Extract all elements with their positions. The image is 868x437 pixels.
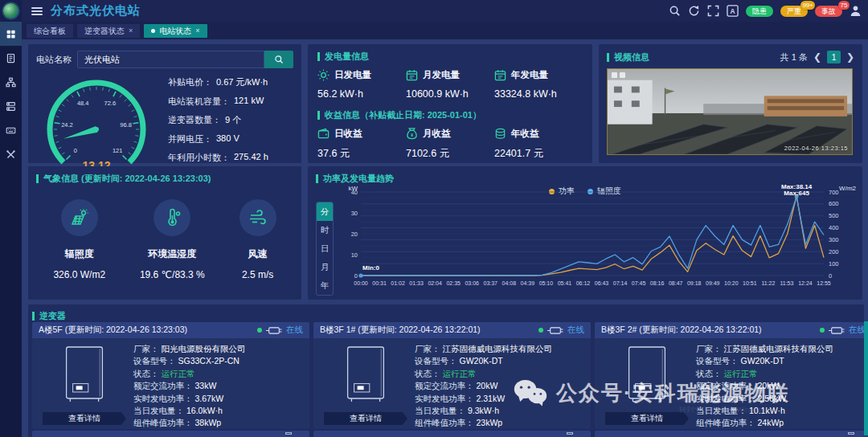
- svg-text:0: 0: [354, 272, 358, 280]
- row-label: 状态：: [415, 368, 440, 380]
- info-value: 121 kW: [234, 96, 264, 108]
- svg-text:30: 30: [351, 210, 358, 217]
- view-details-button[interactable]: 查看详情: [324, 412, 407, 425]
- row-value: 23kWp: [477, 417, 503, 429]
- sidebar-item-tools[interactable]: [0, 142, 22, 166]
- alarm-badge-事故[interactable]: 事故75: [815, 6, 842, 17]
- view-details-button[interactable]: 查看详情: [43, 412, 126, 425]
- view-details-button[interactable]: 查看详情: [605, 412, 689, 425]
- search-icon[interactable]: [669, 5, 681, 17]
- globe-logo-icon: [3, 3, 18, 18]
- alarm-badge-严重[interactable]: 严重99+: [780, 6, 808, 17]
- fullscreen-icon[interactable]: [707, 5, 719, 17]
- inverter-card-header: B楼3F 1# (更新时间: 2022-04-26 13:22:01)在线: [313, 322, 591, 338]
- sidebar-item-topology[interactable]: [0, 70, 22, 94]
- translate-icon[interactable]: A: [727, 5, 739, 17]
- time-tab-年[interactable]: 年: [317, 276, 333, 295]
- alarm-badge-隐患[interactable]: 隐患: [746, 6, 773, 17]
- tab-电站状态[interactable]: 电站状态×: [144, 24, 207, 38]
- inverter-card-B楼3F 2#: B楼3F 2# (更新时间: 2022-04-26 13:22:01)在线查看详…: [595, 322, 864, 429]
- trend-chart-title: 功率及发电量趋势: [316, 173, 854, 185]
- time-tab-月[interactable]: 月: [317, 258, 333, 276]
- sidebar-item-device-list[interactable]: [0, 94, 22, 118]
- inverter-row-当日发电量: 当日发电量：9.3kW·h: [415, 405, 584, 417]
- pager-prev-icon[interactable]: ❮: [813, 51, 821, 63]
- station-search-button[interactable]: [264, 51, 293, 68]
- info-label: 补贴电价：: [168, 76, 212, 88]
- row-label: 额定交流功率：: [133, 380, 193, 392]
- sidebar-item-dashboard[interactable]: [0, 22, 22, 46]
- info-label: 逆变器数量：: [168, 114, 221, 126]
- refresh-icon[interactable]: [688, 5, 700, 17]
- tab-label: 综合看板: [34, 24, 66, 38]
- weather-value: 2.5 m/s: [242, 269, 273, 280]
- weather-panel: 气象信息 (更新时间: 2022-04-26 13:23:03) 辐照度326.…: [28, 166, 301, 300]
- inverter-card-header: A楼5F (更新时间: 2022-04-26 13:23:03)在线: [32, 322, 309, 338]
- stat-label: 日发电量: [334, 69, 371, 81]
- row-value: 运行正常: [724, 368, 758, 380]
- info-label: 电站装机容量：: [168, 96, 230, 108]
- video-stream[interactable]: 2022-04-26 13:23:15: [607, 68, 853, 155]
- keyboard-icon: [6, 125, 16, 136]
- svg-text:200: 200: [829, 248, 839, 255]
- svg-text:03:06: 03:06: [465, 280, 479, 286]
- svg-text:11:53: 11:53: [780, 280, 793, 286]
- sidebar-item-keyboard[interactable]: [0, 118, 22, 142]
- calendar-icon: [406, 69, 418, 81]
- moneybag-icon: ¥: [406, 128, 418, 140]
- inverter-row-额定交流功率: 额定交流功率：20kW: [696, 380, 864, 392]
- svg-text:09:49: 09:49: [706, 280, 720, 286]
- svg-text:02:35: 02:35: [446, 280, 461, 286]
- camera-logo-icon: [612, 72, 625, 78]
- generation-stat: 日发电量56.2 kW·h: [317, 69, 406, 100]
- sidebar-item-report[interactable]: [0, 46, 22, 70]
- row-label: 设备型号：: [133, 355, 176, 367]
- inverter-row-额定交流功率: 额定交流功率：33kW: [133, 380, 303, 392]
- inverter-row-设备型号: 设备型号：GW20K-DT: [696, 355, 864, 367]
- svg-text:12:24: 12:24: [798, 280, 813, 286]
- time-tab-日[interactable]: 日: [317, 239, 333, 258]
- svg-text:500: 500: [829, 212, 839, 219]
- report-icon: [6, 53, 16, 63]
- weather-label: 环境温湿度: [148, 247, 196, 261]
- station-info-row: 逆变器数量：9 个: [168, 114, 293, 126]
- stat-label: 月发电量: [423, 69, 460, 81]
- pager-page-1[interactable]: 1: [827, 51, 841, 63]
- user-icon[interactable]: [850, 5, 862, 17]
- station-name-input[interactable]: [77, 51, 264, 68]
- pager-next-icon[interactable]: ❯: [846, 51, 854, 63]
- svg-text:09:18: 09:18: [687, 280, 702, 286]
- time-tab-时[interactable]: 时: [317, 221, 333, 239]
- inverter-row-状态: 状态：运行正常: [133, 368, 303, 380]
- station-info-row: 并网电压：380 V: [168, 133, 293, 145]
- svg-text:01:02: 01:02: [391, 280, 405, 286]
- weather-item-环境温湿度: 环境温湿度19.6 ℃/83.3 %: [140, 199, 205, 280]
- online-label: 在线: [286, 325, 303, 336]
- tab-close-icon[interactable]: ×: [129, 24, 133, 38]
- time-tab-分[interactable]: 分: [317, 202, 333, 221]
- svg-text:24.2: 24.2: [61, 121, 73, 129]
- irradiance-icon: [70, 208, 89, 227]
- inverter-row-设备型号: 设备型号：GW20K-DT: [415, 355, 584, 367]
- scroll-strip[interactable]: [864, 321, 868, 435]
- generation-panel: 发电量信息 日发电量56.2 kW·h月发电量10600.9 kW·h年发电量3…: [308, 44, 592, 163]
- plug-icon: [829, 327, 845, 334]
- svg-text:121: 121: [113, 147, 123, 154]
- inverter-row-实时发电功率: 实时发电功率：3.67kW: [133, 393, 303, 405]
- plug-icon: [547, 327, 563, 334]
- row-value: 3.67kW: [195, 393, 224, 405]
- online-status-dot: [257, 328, 262, 333]
- menu-toggle-icon[interactable]: [31, 7, 43, 15]
- stat-value: 7102.6 元: [406, 147, 494, 161]
- video-panel: 视频信息 共 1 条 ❮ 1 ❯: [599, 44, 862, 163]
- tab-close-icon[interactable]: ×: [195, 24, 199, 38]
- tab-综合看板[interactable]: 综合看板: [27, 24, 73, 38]
- generation-stat: 年发电量33324.8 kW·h: [494, 69, 583, 100]
- svg-text:48.4: 48.4: [77, 100, 89, 107]
- row-label: 厂家：: [133, 343, 159, 355]
- tab-逆变器状态[interactable]: 逆变器状态×: [77, 24, 140, 38]
- row-label: 额定交流功率：: [696, 380, 755, 392]
- income-stat: 日收益37.6 元: [317, 128, 406, 161]
- svg-text:06:12: 06:12: [576, 280, 591, 286]
- online-label: 在线: [567, 325, 584, 336]
